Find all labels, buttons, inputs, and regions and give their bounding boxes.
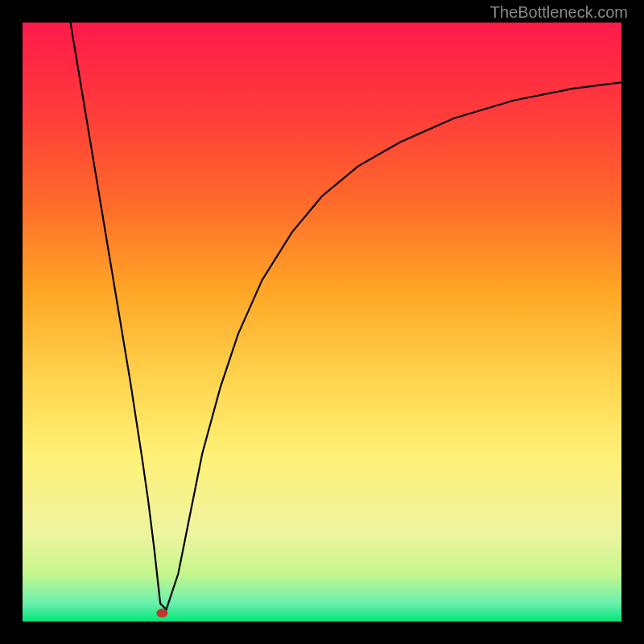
- gradient-background: [23, 23, 621, 621]
- watermark: TheBottleneck.com: [490, 3, 628, 22]
- plot-area: [23, 23, 621, 621]
- chart-svg: [23, 23, 621, 621]
- marker-dot: [156, 609, 167, 617]
